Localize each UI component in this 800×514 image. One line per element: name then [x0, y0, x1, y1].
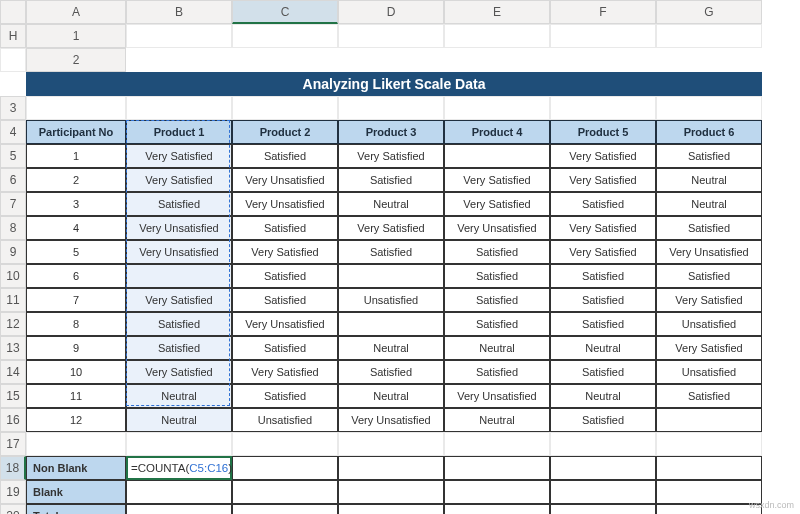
- table-cell[interactable]: Satisfied: [444, 288, 550, 312]
- row-header-4[interactable]: 4: [0, 120, 26, 144]
- summary-cell[interactable]: [232, 504, 338, 514]
- table-cell[interactable]: Very Unsatisfied: [656, 240, 762, 264]
- table-cell[interactable]: 11: [26, 384, 126, 408]
- row-header-15[interactable]: 15: [0, 384, 26, 408]
- summary-cell[interactable]: [656, 456, 762, 480]
- summary-cell[interactable]: [550, 480, 656, 504]
- table-cell[interactable]: Neutral: [550, 384, 656, 408]
- row-header-7[interactable]: 7: [0, 192, 26, 216]
- empty-cell[interactable]: [232, 96, 338, 120]
- row-header-14[interactable]: 14: [0, 360, 26, 384]
- table-cell[interactable]: Satisfied: [338, 360, 444, 384]
- row-header-6[interactable]: 6: [0, 168, 26, 192]
- empty-cell[interactable]: [126, 432, 232, 456]
- table-cell[interactable]: Neutral: [656, 192, 762, 216]
- table-cell[interactable]: Satisfied: [656, 384, 762, 408]
- row-header-1[interactable]: 1: [26, 24, 126, 48]
- table-cell[interactable]: Satisfied: [550, 192, 656, 216]
- summary-cell[interactable]: [550, 456, 656, 480]
- table-cell[interactable]: Very Unsatisfied: [232, 168, 338, 192]
- row-header-2[interactable]: 2: [26, 48, 126, 72]
- table-cell[interactable]: 1: [26, 144, 126, 168]
- row-header-8[interactable]: 8: [0, 216, 26, 240]
- table-cell[interactable]: [338, 264, 444, 288]
- table-cell[interactable]: Neutral: [126, 408, 232, 432]
- row-header-3[interactable]: 3: [0, 96, 26, 120]
- table-cell[interactable]: Satisfied: [126, 192, 232, 216]
- table-cell[interactable]: Very Unsatisfied: [126, 240, 232, 264]
- table-cell[interactable]: 4: [26, 216, 126, 240]
- table-cell[interactable]: Satisfied: [126, 312, 232, 336]
- table-cell[interactable]: 8: [26, 312, 126, 336]
- summary-cell[interactable]: [338, 456, 444, 480]
- col-header-F[interactable]: F: [550, 0, 656, 24]
- table-cell[interactable]: Very Unsatisfied: [126, 216, 232, 240]
- table-header[interactable]: Participant No: [26, 120, 126, 144]
- empty-cell[interactable]: [126, 96, 232, 120]
- summary-cell[interactable]: [338, 504, 444, 514]
- table-cell[interactable]: Very Satisfied: [550, 216, 656, 240]
- row-header-9[interactable]: 9: [0, 240, 26, 264]
- table-cell[interactable]: Very Unsatisfied: [232, 312, 338, 336]
- row-header-13[interactable]: 13: [0, 336, 26, 360]
- summary-cell[interactable]: [444, 456, 550, 480]
- table-cell[interactable]: Very Satisfied: [232, 360, 338, 384]
- empty-cell[interactable]: [656, 24, 762, 48]
- summary-cell[interactable]: [444, 480, 550, 504]
- table-cell[interactable]: Unsatisfied: [232, 408, 338, 432]
- empty-cell[interactable]: [550, 432, 656, 456]
- table-cell[interactable]: [444, 144, 550, 168]
- table-cell[interactable]: Satisfied: [444, 264, 550, 288]
- table-cell[interactable]: 6: [26, 264, 126, 288]
- table-cell[interactable]: Satisfied: [338, 168, 444, 192]
- table-header[interactable]: Product 4: [444, 120, 550, 144]
- table-cell[interactable]: Very Unsatisfied: [444, 384, 550, 408]
- table-cell[interactable]: Unsatisfied: [338, 288, 444, 312]
- row-header-17[interactable]: 17: [0, 432, 26, 456]
- table-cell[interactable]: Very Satisfied: [550, 240, 656, 264]
- summary-label[interactable]: Non Blank: [26, 456, 126, 480]
- table-cell[interactable]: Satisfied: [444, 312, 550, 336]
- col-header-B[interactable]: B: [126, 0, 232, 24]
- table-cell[interactable]: Satisfied: [550, 360, 656, 384]
- summary-cell[interactable]: [232, 456, 338, 480]
- summary-cell[interactable]: [126, 480, 232, 504]
- col-header-D[interactable]: D: [338, 0, 444, 24]
- row-header-12[interactable]: 12: [0, 312, 26, 336]
- row-header-19[interactable]: 19: [0, 480, 26, 504]
- table-cell[interactable]: Satisfied: [550, 264, 656, 288]
- empty-cell[interactable]: [0, 48, 26, 72]
- select-all-corner[interactable]: [0, 0, 26, 24]
- table-cell[interactable]: Neutral: [338, 192, 444, 216]
- table-cell[interactable]: Very Satisfied: [338, 216, 444, 240]
- table-cell[interactable]: Satisfied: [126, 336, 232, 360]
- table-cell[interactable]: Very Satisfied: [550, 144, 656, 168]
- table-cell[interactable]: Very Unsatisfied: [232, 192, 338, 216]
- table-cell[interactable]: Neutral: [656, 168, 762, 192]
- empty-cell[interactable]: [550, 24, 656, 48]
- empty-cell[interactable]: [26, 432, 126, 456]
- table-cell[interactable]: [656, 408, 762, 432]
- empty-cell[interactable]: [656, 432, 762, 456]
- empty-cell[interactable]: [444, 432, 550, 456]
- table-cell[interactable]: Satisfied: [550, 288, 656, 312]
- col-header-E[interactable]: E: [444, 0, 550, 24]
- table-cell[interactable]: Very Unsatisfied: [444, 216, 550, 240]
- table-cell[interactable]: Satisfied: [550, 312, 656, 336]
- empty-cell[interactable]: [338, 432, 444, 456]
- summary-cell[interactable]: [656, 480, 762, 504]
- row-header-16[interactable]: 16: [0, 408, 26, 432]
- empty-cell[interactable]: [656, 96, 762, 120]
- table-cell[interactable]: Satisfied: [232, 336, 338, 360]
- table-cell[interactable]: Satisfied: [656, 264, 762, 288]
- table-cell[interactable]: Neutral: [338, 384, 444, 408]
- table-cell[interactable]: Satisfied: [232, 288, 338, 312]
- table-cell[interactable]: Very Satisfied: [126, 288, 232, 312]
- table-cell[interactable]: 5: [26, 240, 126, 264]
- table-cell[interactable]: Satisfied: [550, 408, 656, 432]
- empty-cell[interactable]: [126, 24, 232, 48]
- table-cell[interactable]: 7: [26, 288, 126, 312]
- row-header-18[interactable]: 18: [0, 456, 26, 480]
- table-cell[interactable]: Satisfied: [232, 264, 338, 288]
- table-cell[interactable]: Very Satisfied: [656, 288, 762, 312]
